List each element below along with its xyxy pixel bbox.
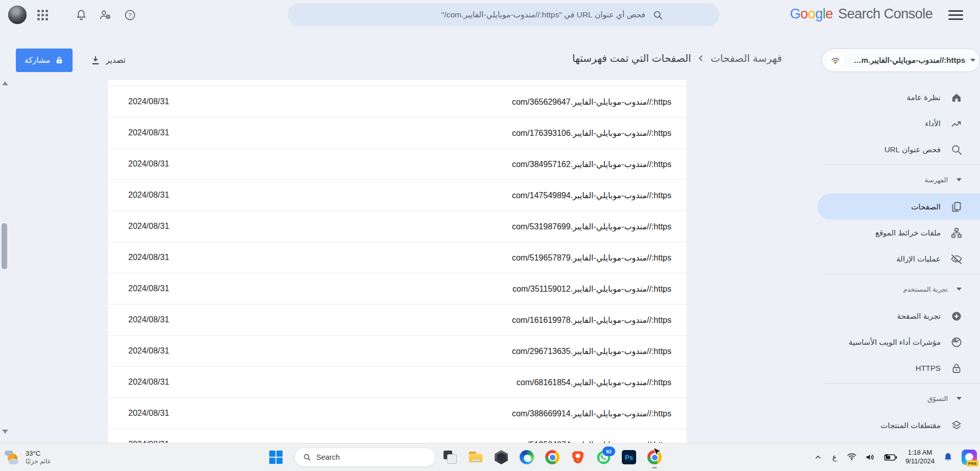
language-indicator[interactable]: ع [830, 453, 838, 461]
sidebar-divider [825, 383, 980, 384]
tray-clock[interactable]: 1:18 AM 9/11/2024 [905, 449, 935, 466]
indexed-url[interactable]: https://مندوب-موبايلي-الفايبر.com/176393… [512, 128, 671, 138]
clipped-row [108, 80, 687, 86]
share-label: مشاركة [25, 56, 50, 65]
scroll-up-arrow[interactable] [2, 81, 8, 85]
sidebar-item-overview[interactable]: نظرة عامة [818, 84, 980, 110]
lock-icon [55, 56, 64, 65]
search-placeholder: فحص أي عنوان URL في "https://مندوب-موباي… [441, 10, 645, 19]
notification-bell-icon[interactable] [943, 452, 953, 463]
weather-condition: غائم جزئيًا [26, 458, 51, 465]
start-button[interactable] [269, 451, 283, 464]
table-row[interactable]: https://مندوب-موبايلي-الفايبر.com/519657… [108, 242, 687, 273]
sidebar-item-label: ملفات خرائط الموقع [875, 228, 941, 238]
scroll-down-arrow[interactable] [2, 430, 8, 434]
chrome-active-taskbar-icon[interactable] [647, 450, 662, 465]
performance-icon [950, 117, 963, 130]
indexed-url[interactable]: https://مندوب-موبايلي-الفايبر.com/519657… [512, 253, 671, 263]
indexed-url[interactable]: https://مندوب-موبايلي-الفايبر.com/365629… [512, 97, 671, 107]
system-tray: ع 1:18 AM 9/11/2024 [814, 443, 977, 471]
indexed-url[interactable]: https://مندوب-موبايلي-الفايبر.com/351159… [512, 284, 671, 294]
task-view-taskbar-icon[interactable] [442, 450, 458, 465]
sidebar-item-url-inspection[interactable]: فحص عنوان URL [818, 136, 980, 162]
wifi-icon[interactable] [847, 453, 857, 462]
file-explorer-taskbar-icon[interactable] [468, 450, 483, 465]
tray-chevron-up-icon[interactable] [814, 453, 822, 461]
battery-saver-icon[interactable] [883, 454, 897, 461]
table-row[interactable]: https://مندوب-موبايلي-الفايبر.com/681618… [108, 367, 687, 398]
photoshop-taskbar-icon[interactable]: Ps [621, 450, 637, 465]
sidebar-item-core-web-vitals[interactable]: مؤشرات أداء الويب الأساسية [818, 329, 980, 355]
pages-icon [950, 201, 963, 213]
tray-time: 1:18 AM [905, 449, 935, 457]
sidebar-section-label: تجربة المستخدم [903, 286, 948, 293]
copilot-icon[interactable]: PRE [962, 450, 977, 465]
indexed-url[interactable]: https://مندوب-موبايلي-الفايبر.com/161619… [512, 315, 671, 325]
taskbar-search-box[interactable]: Search [294, 448, 436, 467]
sidebar-item-sitemaps[interactable]: ملفات خرائط الموقع [818, 220, 980, 246]
sidebar-item-https[interactable]: HTTPS [818, 355, 980, 381]
breadcrumb: فهرسة الصفحات الصفحات التي تمت فهرستها [572, 52, 782, 64]
table-row[interactable]: https://مندوب-موبايلي-الفايبر.com/388669… [108, 398, 687, 429]
whatsapp-taskbar-icon[interactable]: 82 [596, 450, 611, 465]
sidebar-item-product-snippets[interactable]: مقتطفات المنتجات [818, 412, 980, 438]
edge-taskbar-icon[interactable] [519, 450, 534, 465]
indexed-url[interactable]: https://مندوب-موبايلي-الفايبر.com/384957… [512, 159, 671, 169]
indexed-url[interactable]: https://مندوب-موبايلي-الفايبر.com/388669… [512, 409, 671, 418]
indexed-url[interactable]: https://مندوب-موبايلي-الفايبر.com/296713… [512, 346, 671, 356]
weather-widget[interactable]: 33°C غائم جزئيًا [4, 443, 51, 471]
hexagon-app-taskbar-icon[interactable] [494, 450, 509, 465]
sidebar-item-label: نظرة عامة [907, 93, 941, 102]
table-row[interactable]: https://مندوب-موبايلي-الفايبر.com/147549… [108, 180, 687, 211]
sidebar-item-performance[interactable]: الأداء [818, 110, 980, 136]
table-row[interactable]: https://مندوب-موبايلي-الفايبر.com/384957… [108, 149, 687, 180]
manage-users-icon[interactable] [99, 8, 112, 21]
table-row[interactable]: https://مندوب-موبايلي-الفايبر.com/351159… [108, 273, 687, 304]
weather-temp: 33°C [26, 450, 51, 458]
url-prefix-property-icon [825, 51, 846, 69]
brave-taskbar-icon[interactable] [570, 450, 586, 465]
sidebar-section-shopping[interactable]: التسوّق [818, 385, 980, 412]
sidebar-item-label: HTTPS [916, 364, 941, 372]
indexed-url[interactable]: https://مندوب-موبايلي-الفايبر.com/681618… [517, 378, 671, 387]
google-apps-grid-icon[interactable] [37, 10, 48, 20]
help-icon[interactable]: ? [124, 9, 136, 21]
user-avatar[interactable] [8, 6, 27, 24]
product-name: Search Console [838, 6, 932, 22]
sidebar: https://مندوب-موبايلي-الفايبر.com/ نظرة … [818, 36, 980, 443]
sidebar-item-pages[interactable]: الصفحات [818, 194, 980, 220]
scrollbar-thumb[interactable] [2, 223, 7, 269]
sidebar-section-experience[interactable]: تجربة المستخدم [818, 275, 980, 303]
chrome-taskbar-icon[interactable] [545, 450, 560, 465]
export-button[interactable]: تصدير [90, 49, 126, 72]
hamburger-menu-icon[interactable] [948, 10, 963, 22]
sidebar-item-removals[interactable]: عمليات الإزالة [818, 246, 980, 272]
table-row[interactable]: https://مندوب-موبايلي-الفايبر.com/161619… [108, 304, 687, 336]
last-crawled-date: 2024/08/31 [128, 284, 169, 293]
sidebar-item-label: تجربة الصفحة [897, 312, 941, 321]
last-crawled-date: 2024/08/31 [128, 159, 169, 169]
breadcrumb-parent[interactable]: فهرسة الصفحات [711, 52, 782, 64]
volume-icon[interactable] [865, 452, 875, 462]
sidebar-item-page-experience[interactable]: تجربة الصفحة [818, 303, 980, 329]
indexed-url[interactable]: https://مندوب-موبايلي-الفايبر.com/147549… [512, 191, 671, 200]
https-icon [950, 362, 963, 374]
sidebar-item-label: مؤشرات أداء الويب الأساسية [849, 338, 941, 347]
active-app-indicator [652, 467, 657, 468]
removals-icon [950, 253, 963, 265]
indexed-url[interactable]: https://مندوب-موبايلي-الفايبر.com/531987… [512, 222, 671, 231]
property-selector[interactable]: https://مندوب-موبايلي-الفايبر.com/ [822, 49, 980, 72]
url-inspection-search-bar[interactable]: فحص أي عنوان URL في "https://مندوب-موباي… [288, 4, 719, 26]
last-crawled-date: 2024/08/31 [128, 378, 169, 387]
notifications-bell-icon[interactable] [75, 9, 87, 21]
table-row[interactable]: https://مندوب-موبايلي-الفايبر.com/531987… [108, 211, 687, 242]
sidebar-section-indexing[interactable]: الفهرسة [818, 166, 980, 194]
sidebar-divider [825, 274, 980, 274]
search-console-logo[interactable]: Google Search Console [790, 6, 932, 22]
table-row[interactable]: https://مندوب-موبايلي-الفايبر.com/176393… [108, 117, 687, 149]
share-button[interactable]: مشاركة [16, 49, 73, 72]
table-row[interactable]: https://مندوب-موبايلي-الفايبر.com/365629… [108, 86, 687, 117]
last-crawled-date: 2024/08/31 [128, 191, 169, 200]
last-crawled-date: 2024/08/31 [128, 346, 169, 356]
table-row[interactable]: https://مندوب-موبايلي-الفايبر.com/296713… [108, 336, 687, 367]
